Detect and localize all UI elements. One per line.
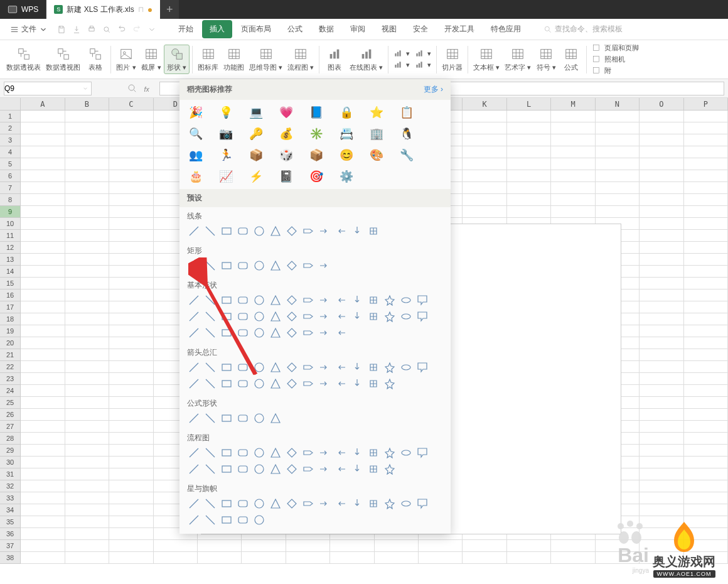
row-header[interactable]: 20 (0, 337, 21, 349)
redo-icon[interactable] (131, 23, 143, 36)
shape-option[interactable] (318, 377, 331, 391)
cell[interactable] (684, 230, 728, 242)
cell[interactable] (21, 278, 65, 289)
recommended-icon[interactable]: 💗 (279, 105, 294, 120)
row-header[interactable]: 32 (0, 480, 21, 492)
cell[interactable] (507, 146, 551, 158)
shape-option[interactable] (187, 497, 201, 511)
cell[interactable] (21, 361, 65, 373)
shape-option[interactable] (318, 446, 331, 460)
shape-option[interactable] (285, 310, 299, 323)
cell[interactable] (640, 134, 683, 146)
row-header[interactable]: 36 (0, 528, 21, 540)
row-header[interactable]: 16 (0, 289, 21, 301)
cell[interactable] (21, 289, 65, 301)
col-header[interactable]: C (109, 98, 153, 111)
tab-pin-icon[interactable]: ⊓ (138, 5, 144, 14)
row-header[interactable]: 38 (0, 552, 21, 564)
shape-option[interactable] (203, 497, 217, 511)
recommended-icon[interactable]: 📈 (218, 169, 233, 184)
cell[interactable] (684, 445, 728, 457)
col-header[interactable]: N (596, 98, 640, 111)
shape-option[interactable] (269, 377, 282, 391)
row-header[interactable]: 9 (0, 206, 21, 218)
row-header[interactable]: 27 (0, 421, 21, 433)
cell[interactable] (640, 122, 683, 134)
cell[interactable] (21, 433, 65, 445)
cell[interactable] (65, 492, 109, 504)
cell[interactable] (21, 349, 65, 361)
cell[interactable] (154, 540, 198, 552)
cell[interactable] (684, 206, 728, 218)
row-header[interactable]: 18 (0, 313, 21, 325)
cell[interactable] (684, 111, 728, 122)
shape-option[interactable] (285, 360, 299, 374)
row-header[interactable]: 31 (0, 468, 21, 480)
shape-option[interactable] (318, 310, 331, 323)
search-bar[interactable]: 查找命令、搜索模板 (543, 24, 623, 35)
ribbon-button[interactable]: 文本框 ▾ (471, 45, 502, 73)
cell[interactable] (640, 313, 683, 325)
ribbon-button[interactable]: 符号 ▾ (533, 45, 559, 73)
menu-tab[interactable]: 视图 (374, 20, 404, 38)
col-header[interactable]: M (551, 98, 595, 111)
shape-option[interactable] (318, 497, 331, 511)
cell[interactable] (65, 230, 109, 242)
shape-option[interactable] (220, 293, 233, 307)
recommended-icon[interactable]: 📘 (309, 105, 324, 120)
row-header[interactable]: 25 (0, 397, 21, 409)
row-header[interactable]: 2 (0, 122, 21, 134)
cell[interactable] (198, 552, 242, 564)
shape-option[interactable] (269, 310, 282, 323)
row-header[interactable]: 17 (0, 301, 21, 313)
cell[interactable] (21, 409, 65, 421)
select-all-corner[interactable] (0, 98, 21, 111)
shape-option[interactable] (220, 411, 233, 425)
recommended-icon[interactable]: 📦 (249, 148, 264, 163)
shape-option[interactable] (187, 513, 201, 527)
cell[interactable] (684, 170, 728, 182)
row-header[interactable]: 33 (0, 492, 21, 504)
cell[interactable] (109, 349, 153, 361)
cell[interactable] (596, 182, 640, 194)
shape-option[interactable] (285, 293, 299, 307)
cell[interactable] (463, 540, 506, 552)
cell[interactable] (640, 492, 683, 504)
shape-option[interactable] (367, 293, 380, 307)
ribbon-button[interactable]: 数据透视表 (4, 45, 43, 73)
cell[interactable] (21, 492, 65, 504)
shape-option[interactable] (203, 360, 217, 374)
cell[interactable] (507, 170, 551, 182)
shape-option[interactable] (334, 446, 348, 460)
ribbon-button[interactable]: 公式 (559, 45, 584, 73)
cell[interactable] (684, 468, 728, 480)
shape-option[interactable] (220, 462, 233, 476)
cell[interactable] (109, 230, 153, 242)
shape-option[interactable] (367, 497, 380, 511)
zoom-icon[interactable] (127, 83, 138, 94)
menu-tab[interactable]: 公式 (280, 20, 310, 38)
cell[interactable] (21, 457, 65, 468)
menu-tab[interactable]: 插入 (202, 20, 232, 38)
recommended-icon[interactable]: ⚙️ (339, 169, 354, 184)
add-tab-button[interactable]: + (160, 0, 179, 19)
row-header[interactable]: 37 (0, 540, 21, 552)
cell[interactable] (684, 134, 728, 146)
shape-option[interactable] (269, 446, 282, 460)
shape-option[interactable] (350, 446, 364, 460)
cell[interactable] (65, 134, 109, 146)
cell[interactable] (684, 266, 728, 278)
wps-tab[interactable]: WPS (0, 0, 46, 19)
file-menu[interactable]: 文件 (5, 21, 53, 37)
cell[interactable] (65, 301, 109, 313)
ribbon-button[interactable]: 截屏 ▾ (139, 45, 164, 73)
cell[interactable] (507, 122, 551, 134)
cell[interactable] (65, 421, 109, 433)
recommended-icon[interactable]: 🔍 (188, 126, 203, 141)
cell[interactable] (684, 242, 728, 254)
row-header[interactable]: 23 (0, 373, 21, 385)
recommended-icon[interactable]: 🐧 (399, 126, 414, 141)
menu-tab[interactable]: 开发工具 (437, 20, 482, 38)
col-header[interactable]: A (21, 98, 65, 111)
shape-option[interactable] (203, 293, 217, 307)
